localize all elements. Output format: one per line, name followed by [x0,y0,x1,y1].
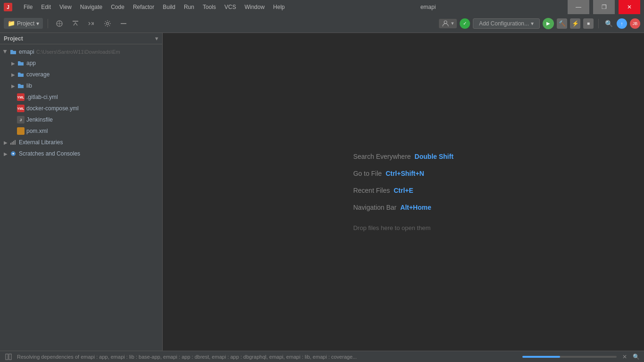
shortcut-row-recent: Recent Files Ctrl+E [353,187,454,194]
menu-tools[interactable]: Tools [199,3,220,11]
sidebar-dropdown-arrow[interactable]: ▾ [155,35,158,42]
settings-button[interactable] [101,17,114,30]
coverage-button[interactable]: ⚡ [570,18,580,29]
status-search-btn[interactable]: 🔍 [632,353,640,361]
shortcut-row-goto: Go to File Ctrl+Shift+N [353,170,454,177]
folder-icon-app [17,59,25,67]
locate-file-button[interactable] [53,17,66,30]
yml-file-icon-docker: YML [17,105,25,112]
search-everywhere-btn[interactable]: 🔍 [603,18,614,29]
svg-rect-13 [6,354,8,360]
tree-item-gitlab-ci[interactable]: YML .gitlab-ci.yml [0,91,162,103]
project-dropdown[interactable]: 📁 Project ▾ [4,18,43,29]
tree-label-pom: pom.xml [26,128,48,134]
tree-item-app[interactable]: ▶ app [0,58,162,69]
menu-edit[interactable]: Edit [37,3,55,11]
toolbar: 📁 Project ▾ ▾ ✓ Add Configuration... ▾ ▶… [0,14,644,33]
tree-label-docker-compose: docker-compose.yml [26,105,79,112]
menu-file[interactable]: File [20,3,36,11]
folder-icon-lib [17,82,25,90]
config-label: Add Configuration... [479,20,529,27]
expand-arrow-app: ▶ [9,59,17,67]
maximize-button[interactable]: ❐ [593,0,615,14]
gear-icon [104,20,111,27]
scratches-icon [9,150,17,157]
minimize-button[interactable]: — [568,0,589,14]
tree-label-app: app [26,60,36,66]
user-icon-btn[interactable]: ▾ [439,19,457,28]
run-button[interactable]: ▶ [543,18,554,29]
recent-files-key: Ctrl+E [394,187,413,194]
toolbar-separator-2 [598,19,599,28]
title-bar-left: J File Edit View Navigate Code Refactor … [4,3,289,11]
tree-item-external-libraries[interactable]: ▶ External Libraries [0,137,162,148]
jetbrains-button[interactable]: JB [630,18,640,29]
user-icon [442,20,449,27]
editor-area: Search Everywhere Double Shift Go to Fil… [163,33,644,351]
menu-view[interactable]: View [56,3,75,11]
tree-item-coverage[interactable]: ▶ coverage [0,69,162,80]
svg-rect-8 [10,143,11,145]
tree-item-jenkinsfile[interactable]: J Jenkinsfile [0,114,162,125]
progress-bar-container [522,356,617,358]
layout-button[interactable] [4,352,13,362]
pom-file-icon: M [17,127,25,135]
status-bar: Resolving dependencies of emapi : app, e… [0,351,644,362]
tree-label-scratches: Scratches and Consoles [19,150,80,157]
tree-item-docker-compose[interactable]: YML docker-compose.yml [0,103,162,114]
svg-point-7 [444,21,447,24]
tree-label-jenkinsfile: Jenkinsfile [26,116,53,123]
build-button[interactable]: 🔨 [557,18,567,29]
menu-vcs[interactable]: VCS [221,3,240,11]
tree-label-external-libraries: External Libraries [19,139,63,146]
menu-run[interactable]: Run [180,3,198,11]
close-panel-button[interactable] [117,17,130,30]
add-configuration-button[interactable]: Add Configuration... ▾ [473,18,540,29]
update-button[interactable]: ↑ [617,18,627,29]
expand-icon [88,20,95,27]
expand-collapse-button[interactable] [85,17,98,30]
svg-rect-9 [12,142,13,145]
folder-icon-coverage [17,71,25,78]
git-icon-btn[interactable]: ✓ [460,18,470,29]
expand-arrow-emapi: ▶ [2,48,9,56]
tree-label-gitlab-ci: .gitlab-ci.yml [26,94,58,100]
tree-label-emapi: emapi [19,49,34,55]
menu-help[interactable]: Help [269,3,289,11]
navigation-bar-label: Navigation Bar [353,204,396,211]
welcome-content: Search Everywhere Double Shift Go to Fil… [334,134,472,250]
scroll-to-top-button[interactable] [69,17,82,30]
menu-navigate[interactable]: Navigate [76,3,106,11]
drop-files-text: Drop files here to open them [353,224,430,231]
progress-bar-fill [522,356,560,358]
tree-item-lib[interactable]: ▶ lib [0,80,162,91]
ext-libraries-icon [9,139,17,146]
tree-path-emapi: C:\Users\SantroW11\Downloads\Em [36,49,120,55]
stop-button[interactable]: ■ [583,18,594,29]
tree-item-emapi-root[interactable]: ▶ emapi C:\Users\SantroW11\Downloads\Em [0,46,162,58]
status-message: Resolving dependencies of emapi : app, e… [17,354,519,360]
close-button[interactable]: ✕ [619,0,640,14]
scroll-top-icon [72,20,79,27]
window-controls: — ❐ ✕ [568,0,640,14]
expand-arrow-coverage: ▶ [9,71,17,78]
tree-label-coverage: coverage [26,71,50,78]
shortcut-row-search: Search Everywhere Double Shift [353,153,454,160]
menu-build[interactable]: Build [159,3,179,11]
menu-refactor[interactable]: Refactor [129,3,158,11]
tree-item-scratches[interactable]: ▶ Scratches and Consoles [0,148,162,159]
expand-arrow-lib: ▶ [9,82,17,90]
menu-window[interactable]: Window [241,3,269,11]
drop-text-row: Drop files here to open them [353,221,454,231]
yml-file-icon-gitlab: YML [17,93,25,101]
status-right-icons: ✕ 🔍 [620,353,640,361]
search-everywhere-key: Double Shift [414,153,453,160]
expand-arrow-scratches: ▶ [2,150,9,157]
status-cancel-btn[interactable]: ✕ [620,353,629,361]
menu-code[interactable]: Code [107,3,128,11]
folder-icon-emapi [9,48,17,56]
app-icon: J [4,3,12,11]
tree-item-pom[interactable]: M pom.xml [0,125,162,137]
sidebar-tree: ▶ emapi C:\Users\SantroW11\Downloads\Em … [0,44,162,351]
svg-rect-10 [13,141,14,145]
